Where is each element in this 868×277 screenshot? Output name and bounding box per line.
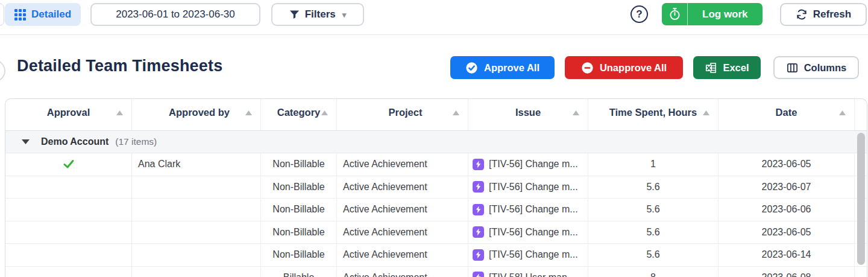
table-row: Ana Clark Non-Billable Active Achievemen… xyxy=(5,153,867,176)
group-item-count: (17 items) xyxy=(115,136,157,147)
time-spent-cell: 5.6 xyxy=(588,221,719,244)
detailed-view-toggle[interactable]: Detailed xyxy=(5,3,81,26)
project-cell: Active Achievement xyxy=(337,267,468,277)
approve-all-button[interactable]: Approve All xyxy=(450,56,555,79)
issue-type-bolt-icon xyxy=(473,249,484,261)
issue-cell[interactable]: [TIV-56] Change m... xyxy=(468,153,588,176)
issue-type-bolt-icon xyxy=(473,272,484,277)
issue-cell[interactable]: [TIV-56] Change m... xyxy=(468,244,588,266)
approved-check-icon xyxy=(63,158,75,170)
project-cell: Active Achievement xyxy=(337,176,468,199)
date-range-value: 2023-06-01 to 2023-06-30 xyxy=(116,8,235,21)
category-cell: Non-Billable xyxy=(261,199,337,221)
time-spent-cell: 5.6 xyxy=(588,176,719,199)
table-body: Ana Clark Non-Billable Active Achievemen… xyxy=(5,153,867,277)
filters-label: Filters xyxy=(305,8,336,21)
detailed-label: Detailed xyxy=(31,8,71,21)
column-label: Approval xyxy=(47,107,90,130)
unapprove-all-button[interactable]: Unapprove All xyxy=(565,56,683,79)
issue-type-bolt-icon xyxy=(473,204,484,215)
category-cell: Non-Billable xyxy=(261,221,337,244)
column-label: Category xyxy=(277,107,321,130)
log-work-button[interactable]: Log work xyxy=(662,3,763,25)
stopwatch-icon[interactable] xyxy=(662,3,688,25)
column-header-approval[interactable]: Approval xyxy=(5,99,132,130)
approval-cell[interactable] xyxy=(5,199,132,221)
table-row: Non-Billable Active Achievement [TIV-56]… xyxy=(5,244,867,267)
group-name: Demo Account xyxy=(41,136,108,147)
approved-by-cell xyxy=(132,267,261,277)
page-title: Detailed Team Timesheets xyxy=(17,57,222,75)
group-expand-caret-icon[interactable] xyxy=(22,139,30,144)
sort-asc-icon xyxy=(245,110,252,115)
excel-label: Excel xyxy=(723,62,749,74)
column-header-project[interactable]: Project xyxy=(337,99,468,130)
unapprove-all-label: Unapprove All xyxy=(600,62,667,74)
project-cell: Active Achievement xyxy=(337,244,468,266)
time-spent-cell: 5.6 xyxy=(588,244,719,266)
issue-cell[interactable]: [TIV-56] Change m... xyxy=(468,221,588,244)
approved-by-cell xyxy=(132,221,261,244)
columns-label: Columns xyxy=(804,62,847,74)
sort-asc-icon xyxy=(573,110,579,115)
date-range-picker[interactable]: 2023-06-01 to 2023-06-30 xyxy=(90,3,260,26)
sort-asc-icon xyxy=(839,110,846,115)
issue-cell[interactable]: [TIV-58] User man... xyxy=(468,267,588,277)
approval-cell[interactable] xyxy=(5,244,132,266)
project-cell: Active Achievement xyxy=(337,153,468,176)
export-excel-button[interactable]: Excel xyxy=(693,56,761,79)
approval-cell[interactable] xyxy=(5,153,132,176)
sort-asc-icon xyxy=(321,110,328,115)
date-cell: 2023-06-05 xyxy=(719,153,855,176)
vertical-scrollbar-thumb[interactable] xyxy=(857,133,865,265)
approval-cell[interactable] xyxy=(5,267,132,277)
approval-cell[interactable] xyxy=(5,221,132,244)
category-cell: Billable xyxy=(261,267,337,277)
approved-by-cell xyxy=(132,244,261,266)
issue-cell[interactable]: [TIV-56] Change m... xyxy=(468,176,588,199)
toolbar-divider xyxy=(0,34,868,35)
refresh-icon xyxy=(796,8,808,21)
time-spent-cell: 1 xyxy=(588,153,719,176)
refresh-label: Refresh xyxy=(813,8,851,21)
columns-icon xyxy=(786,62,799,74)
approved-by-cell xyxy=(132,199,261,221)
column-label: Date xyxy=(776,107,797,130)
column-header-date[interactable]: Date xyxy=(719,99,855,130)
time-spent-cell: 5.6 xyxy=(588,199,719,221)
column-header-approved-by[interactable]: Approved by xyxy=(132,99,261,130)
minus-circle-icon xyxy=(581,62,594,74)
filters-button[interactable]: Filters ▾ xyxy=(271,3,364,26)
timesheet-app: Detailed 2023-06-01 to 2023-06-30 Filter… xyxy=(0,0,868,277)
issue-cell[interactable]: [TIV-56] Change m... xyxy=(468,199,588,221)
sort-asc-icon xyxy=(703,110,709,115)
offscreen-segment-edge xyxy=(0,3,4,26)
date-cell: 2023-06-08 xyxy=(719,267,855,277)
table-row: Non-Billable Active Achievement [TIV-56]… xyxy=(5,221,867,244)
column-header-category[interactable]: Category xyxy=(261,99,337,130)
column-label: Issue xyxy=(515,107,541,130)
date-cell: 2023-06-07 xyxy=(719,176,855,199)
column-label: Project xyxy=(389,107,423,130)
approve-all-label: Approve All xyxy=(484,62,539,74)
offscreen-circle-button xyxy=(0,60,5,82)
column-header-time-spent[interactable]: Time Spent, Hours xyxy=(588,99,719,130)
time-spent-cell: 8 xyxy=(588,267,719,277)
help-button[interactable]: ? xyxy=(631,5,648,23)
category-cell: Non-Billable xyxy=(261,176,337,199)
columns-button[interactable]: Columns xyxy=(773,56,859,79)
approval-cell[interactable] xyxy=(5,176,132,199)
row-gutter xyxy=(855,267,867,277)
timesheet-table: Approval Approved by Category Project Is… xyxy=(5,98,867,277)
table-row: Non-Billable Active Achievement [TIV-56]… xyxy=(5,176,867,199)
excel-icon xyxy=(705,62,717,74)
sort-asc-icon xyxy=(116,110,123,115)
column-header-issue[interactable]: Issue xyxy=(468,99,588,130)
refresh-button[interactable]: Refresh xyxy=(780,3,867,26)
issue-type-bolt-icon xyxy=(473,181,484,193)
date-cell: 2023-06-05 xyxy=(719,221,855,244)
sort-asc-icon xyxy=(453,110,459,115)
question-mark-icon: ? xyxy=(636,8,642,21)
filter-funnel-icon xyxy=(289,10,300,20)
group-row-demo-account[interactable]: Demo Account (17 items) xyxy=(5,131,867,153)
